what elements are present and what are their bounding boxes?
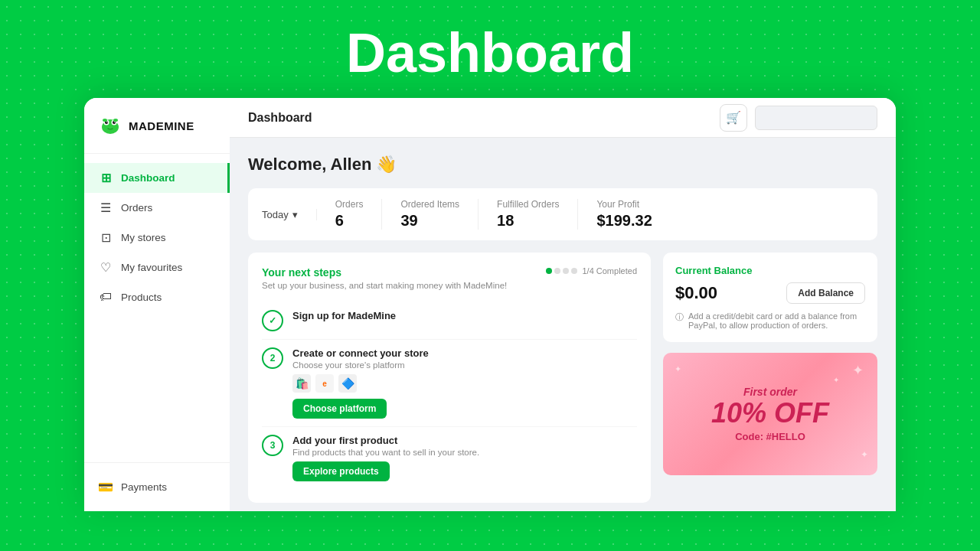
info-icon: ⓘ — [675, 311, 684, 323]
dot-3 — [563, 268, 569, 274]
tag-icon: 🏷 — [98, 290, 113, 304]
lower-grid: Your next steps Set up your business, an… — [248, 253, 877, 503]
heart-icon: ♡ — [98, 260, 113, 275]
stats-period-selector[interactable]: Today ▾ — [262, 209, 317, 220]
stats-profit: Your Profit $199.32 — [578, 199, 670, 230]
steps-progress: 1/4 Completed — [546, 266, 637, 276]
chevron-down-icon: ▾ — [292, 209, 298, 220]
balance-row: $0.00 Add Balance — [675, 282, 865, 304]
explore-products-button[interactable]: Explore products — [292, 461, 390, 481]
svg-point-9 — [113, 119, 118, 122]
sidebar-item-label: Dashboard — [121, 172, 175, 184]
promo-card: ✦ ✦ ✦ ✦ First order 10% OFF Code: #HELLO — [663, 353, 877, 475]
orders-icon: ☰ — [98, 201, 113, 215]
woo-icon: 🔷 — [338, 374, 357, 393]
topbar-title: Dashboard — [248, 111, 312, 125]
add-balance-button[interactable]: Add Balance — [786, 282, 865, 304]
step-1-circle: ✓ — [262, 310, 283, 331]
sidebar-item-label: My stores — [121, 232, 166, 243]
choose-platform-button[interactable]: Choose platform — [292, 399, 387, 419]
sidebar-item-label: My favourites — [121, 262, 182, 273]
sidebar-item-my-stores[interactable]: ⊡ My stores — [84, 223, 230, 253]
star-decoration-3: ✦ — [861, 449, 868, 460]
cart-button[interactable]: 🛒 — [720, 104, 747, 132]
step-2: 2 Create or connect your store Choose yo… — [262, 340, 637, 427]
page-bg-title: Dashboard — [0, 0, 980, 98]
step-2-content: Create or connect your store Choose your… — [292, 347, 637, 419]
topbar: Dashboard 🛒 — [230, 98, 896, 138]
stores-icon: ⊡ — [98, 230, 113, 245]
search-input[interactable] — [755, 106, 877, 130]
dot-2 — [554, 268, 560, 274]
sidebar-item-label: Orders — [121, 202, 152, 214]
dashboard-body: Welcome, Allen 👋 Today ▾ Orders 6 Ordere… — [230, 138, 896, 511]
step-3-circle: 3 — [262, 435, 283, 456]
star-decoration-1: ✦ — [852, 362, 864, 379]
svg-point-8 — [103, 119, 107, 122]
dot-4 — [571, 268, 577, 274]
sidebar-item-products[interactable]: 🏷 Products — [84, 282, 230, 311]
payments-icon: 💳 — [98, 480, 113, 494]
dashboard-icon: ⊞ — [98, 171, 113, 185]
main-content: Dashboard 🛒 Welcome, Allen 👋 Today ▾ Ord… — [230, 98, 896, 511]
step-3: 3 Add your first product Find products t… — [262, 427, 637, 489]
progress-dots — [546, 268, 577, 274]
sidebar-item-orders[interactable]: ☰ Orders — [84, 193, 230, 223]
shopify-icon: 🛍️ — [292, 374, 311, 393]
step-1-content: Sign up for MadeMine — [292, 310, 637, 323]
steps-header: Your next steps Set up your business, an… — [262, 266, 637, 290]
step-2-platforms: 🛍️ e 🔷 — [292, 374, 637, 393]
stats-row: Today ▾ Orders 6 Ordered Items 39 Fulfil… — [248, 188, 877, 240]
sidebar-nav: ⊞ Dashboard ☰ Orders ⊡ My stores ♡ My fa… — [84, 154, 230, 462]
right-col: Current Balance $0.00 Add Balance ⓘ Add … — [663, 253, 877, 503]
sidebar-item-payments[interactable]: 💳 Payments — [84, 472, 230, 502]
star-decoration-2: ✦ — [833, 376, 839, 384]
svg-point-6 — [106, 122, 107, 122]
step-3-content: Add your first product Find products tha… — [292, 435, 637, 481]
step-2-circle: 2 — [262, 347, 283, 369]
topbar-right: 🛒 — [720, 104, 877, 132]
stats-orders: Orders 6 — [317, 199, 383, 230]
etsy-icon: e — [315, 374, 334, 393]
steps-card: Your next steps Set up your business, an… — [248, 253, 651, 503]
steps-header-left: Your next steps Set up your business, an… — [262, 266, 507, 290]
sidebar-item-dashboard[interactable]: ⊞ Dashboard — [84, 163, 230, 193]
sidebar: MADEMINE ⊞ Dashboard ☰ Orders ⊡ My store… — [84, 98, 230, 511]
sidebar-item-label: Payments — [121, 481, 167, 493]
balance-note: ⓘ Add a credit/debit card or add a balan… — [675, 311, 865, 330]
welcome-message: Welcome, Allen 👋 — [248, 155, 877, 174]
logo-icon — [98, 113, 122, 138]
sidebar-item-label: Products — [121, 292, 162, 303]
stats-fulfilled-orders: Fulfilled Orders 18 — [479, 199, 578, 230]
logo-area: MADEMINE — [84, 98, 230, 154]
sidebar-item-favourites[interactable]: ♡ My favourites — [84, 253, 230, 282]
app-window: MADEMINE ⊞ Dashboard ☰ Orders ⊡ My store… — [84, 98, 896, 511]
balance-card: Current Balance $0.00 Add Balance ⓘ Add … — [663, 253, 877, 342]
step-1: ✓ Sign up for MadeMine — [262, 302, 637, 340]
promo-content: First order 10% OFF Code: #HELLO — [711, 386, 829, 443]
sidebar-bottom: 💳 Payments — [84, 462, 230, 511]
stats-ordered-items: Ordered Items 39 — [382, 199, 479, 230]
logo-text: MADEMINE — [129, 119, 194, 132]
dot-1 — [546, 268, 552, 274]
star-decoration-4: ✦ — [675, 364, 681, 374]
